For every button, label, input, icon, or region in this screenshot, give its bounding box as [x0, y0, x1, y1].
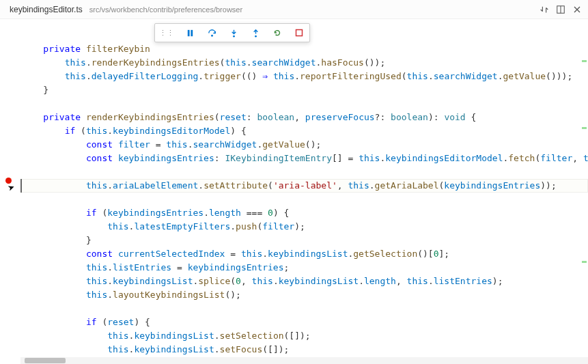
svg-point-5	[233, 35, 235, 37]
debug-toolbar[interactable]: ⋮⋮	[154, 23, 310, 42]
code-line[interactable]: if (keybindingsEntries.length === 0) {	[20, 206, 588, 220]
cursor-pointer-icon: ➤	[6, 182, 16, 194]
svg-rect-7	[296, 30, 303, 36]
svg-point-4	[211, 34, 213, 36]
svg-rect-3	[191, 29, 193, 36]
overview-ruler	[580, 19, 588, 364]
code-line[interactable]: this.layoutKeybindingsList();	[20, 288, 588, 302]
code-line[interactable]: this.latestEmptyFilters.push(filter);	[20, 220, 588, 234]
editor-area: ➤ private filterKeybin this.renderKeybin…	[0, 19, 588, 364]
file-name[interactable]: keybindingsEditor.ts	[5, 3, 87, 16]
code-line[interactable]: if (reset) {	[20, 316, 588, 329]
code-line[interactable]: this.renderKeybindingsEntries(this.searc…	[20, 56, 588, 70]
code-line[interactable]: this.keybindingsList.setFocus([]);	[20, 343, 588, 356]
svg-rect-2	[187, 29, 189, 36]
code-line[interactable]	[20, 193, 588, 206]
gutter[interactable]: ➤	[0, 19, 20, 364]
code-line[interactable]: private renderKeybindingsEntries(reset: …	[20, 111, 588, 124]
code-line[interactable]: }	[20, 234, 588, 247]
code-line[interactable]: this.keybindingsList.setSelection([]);	[20, 329, 588, 343]
code-line[interactable]	[20, 97, 588, 111]
code-line[interactable]: this.listEntries = keybindingsEntries;	[20, 261, 588, 275]
code-line[interactable]: const keybindingsEntries: IKeybindingIte…	[20, 152, 588, 165]
code-line[interactable]: const currentSelectedIndex = this.keybin…	[20, 247, 588, 261]
code-line[interactable]	[20, 165, 588, 179]
compare-changes-icon[interactable]	[539, 4, 550, 15]
file-path: src/vs/workbench/contrib/preferences/bro…	[89, 5, 242, 14]
code-editor[interactable]: private filterKeybin this.renderKeybindi…	[20, 19, 588, 364]
code-line[interactable]: const filter = this.searchWidget.getValu…	[20, 138, 588, 152]
ruler-mark	[582, 261, 587, 263]
code-line[interactable]: if (this.keybindingsEditorModel) {	[20, 124, 588, 138]
grip-icon[interactable]: ⋮⋮	[159, 29, 174, 38]
step-over-icon[interactable]	[206, 27, 218, 39]
code-line[interactable]	[20, 302, 588, 316]
code-line[interactable]: private filterKeybin	[20, 42, 588, 56]
horizontal-scrollbar[interactable]	[20, 357, 588, 364]
code-line[interactable]: this.ariaLabelElement.setAttribute('aria…	[20, 179, 588, 193]
editor-title-bar: keybindingsEditor.ts src/vs/workbench/co…	[0, 0, 588, 19]
stop-icon[interactable]	[293, 27, 305, 39]
code-line[interactable]: this.keybindingsList.splice(0, this.keyb…	[20, 275, 588, 288]
restart-icon[interactable]	[271, 27, 283, 39]
scrollbar-thumb[interactable]	[25, 358, 66, 363]
ruler-mark	[582, 60, 587, 62]
close-icon[interactable]	[572, 4, 583, 15]
pause-icon[interactable]	[184, 27, 196, 39]
step-into-icon[interactable]	[227, 27, 240, 39]
ruler-mark	[582, 127, 587, 129]
step-out-icon[interactable]	[249, 27, 262, 39]
code-line[interactable]: }	[20, 83, 588, 97]
split-editor-icon[interactable]	[555, 4, 566, 15]
title-actions	[539, 4, 583, 15]
svg-point-6	[255, 35, 257, 37]
code-line[interactable]: this.delayedFilterLogging.trigger(() ⇒ t…	[20, 70, 588, 83]
